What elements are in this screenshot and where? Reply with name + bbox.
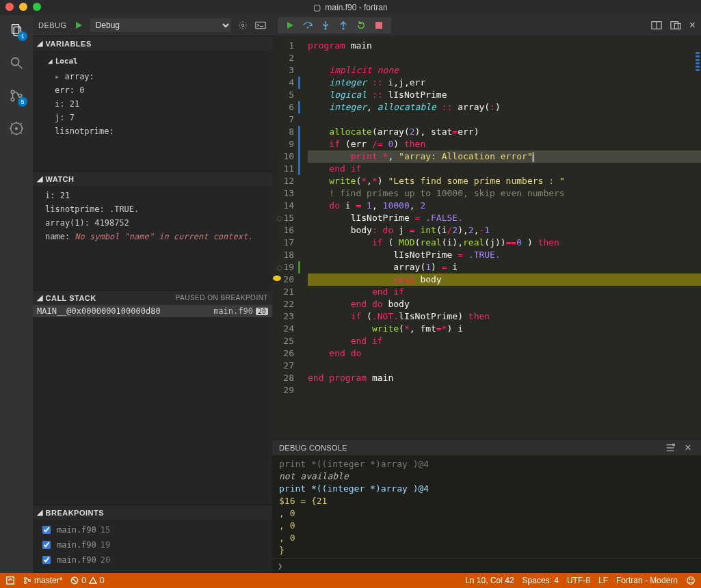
activity-explorer[interactable]: 1 <box>7 21 26 40</box>
breakpoints-header[interactable]: ◢ BREAKPOINTS <box>33 505 272 520</box>
code-line[interactable]: if ( MOD(real(i),real(j))==0 ) then <box>308 237 701 249</box>
watch-row[interactable]: array(1): 4198752 <box>45 216 268 230</box>
code-line[interactable] <box>308 52 701 64</box>
start-debug-icon[interactable] <box>72 19 85 31</box>
restart-icon[interactable] <box>356 20 367 31</box>
console-line: , 0 <box>279 532 694 544</box>
code-line[interactable]: end if <box>308 335 701 347</box>
cursor-position[interactable]: Ln 10, Col 42 <box>465 576 514 585</box>
variable-row[interactable]: i: 21 <box>45 97 268 111</box>
code-line[interactable]: implicit none <box>308 64 701 77</box>
code-line[interactable]: if (.NOT.lIsNotPrime) then <box>308 310 701 323</box>
breakpoint-dim-glyph[interactable]: ○ <box>275 212 285 224</box>
code-line[interactable]: if (err /= 0) then <box>308 138 701 150</box>
code-line[interactable]: end do body <box>308 298 701 310</box>
code-line[interactable]: ○ array(1) = i <box>308 261 701 273</box>
variable-row[interactable]: err: 0 <box>45 83 268 97</box>
breakpoint-glyph[interactable] <box>272 273 282 283</box>
code-line[interactable]: end if <box>308 163 701 175</box>
file-icon: ▢ <box>313 3 321 12</box>
step-over-icon[interactable] <box>302 20 313 31</box>
close-console-icon[interactable]: × <box>682 442 694 454</box>
indentation[interactable]: Spaces: 4 <box>523 576 559 585</box>
console-line: print *((integer *)array )@4 <box>279 483 694 495</box>
code-line[interactable]: integer, allocatable :: array(:) <box>308 101 701 113</box>
code-line[interactable] <box>308 384 701 397</box>
remote-icon[interactable] <box>5 576 15 585</box>
code-line[interactable]: lIsNotPrime = .TRUE. <box>308 249 701 261</box>
breakpoint-row[interactable]: main.f9020 <box>40 552 268 567</box>
breakpoint-checkbox[interactable] <box>42 526 51 534</box>
variables-header[interactable]: ◢ VARIABLES <box>33 36 272 51</box>
watch-row[interactable]: lisnotprime: .TRUE. <box>45 202 268 216</box>
watch-row[interactable]: i: 21 <box>45 189 268 202</box>
encoding[interactable]: UTF-8 <box>567 576 590 585</box>
close-editor-icon[interactable]: × <box>689 19 696 31</box>
watch-row[interactable]: name: No symbol "name" in current contex… <box>45 230 268 243</box>
breakpoint-dim-glyph[interactable]: ○ <box>275 261 285 273</box>
callstack-header[interactable]: ◢ CALL STACK PAUSED ON BREAKPOINT <box>33 290 272 305</box>
breakpoint-row[interactable]: main.f9019 <box>40 537 268 552</box>
code-line[interactable]: ! find primes up to 10000, skip even num… <box>308 187 701 200</box>
code-line[interactable]: exit body <box>308 273 701 286</box>
breakpoint-checkbox[interactable] <box>42 556 51 564</box>
window-close[interactable] <box>5 3 14 11</box>
code-line[interactable]: program main <box>308 40 701 52</box>
activity-debug[interactable] <box>7 119 26 138</box>
code-line[interactable]: print *, "array: Allocation error" <box>308 150 701 163</box>
code-line[interactable]: body: do j = int(i/2),2,-1 <box>308 224 701 237</box>
language-mode[interactable]: Fortran - Modern <box>616 576 678 585</box>
code-line[interactable]: logical :: lIsNotPrime <box>308 89 701 101</box>
clear-console-icon[interactable] <box>664 442 676 454</box>
variable-row[interactable]: lisnotprime: <box>45 124 268 138</box>
code-editor[interactable]: 1234567891011121314151617181920212223242… <box>272 36 701 439</box>
debug-header: DEBUG Debug <box>33 15 272 36</box>
continue-icon[interactable] <box>285 20 295 31</box>
code-line[interactable]: end program main <box>308 372 701 384</box>
watch-section: ◢ WATCH i: 21lisnotprime: .TRUE.array(1)… <box>33 171 272 249</box>
code-line[interactable]: end if <box>308 286 701 298</box>
code-line[interactable]: integer :: i,j,err <box>308 77 701 89</box>
window-maximize[interactable] <box>33 3 41 11</box>
step-into-icon[interactable] <box>320 20 331 31</box>
code-line[interactable] <box>308 113 701 126</box>
gear-icon[interactable] <box>237 19 249 31</box>
feedback-icon[interactable] <box>686 576 696 585</box>
breakpoint-row[interactable]: main.f9015 <box>40 522 268 537</box>
code-line[interactable]: write(*, fmt=*) i <box>308 323 701 335</box>
debug-config-select[interactable]: Debug <box>90 18 231 32</box>
code-line[interactable]: allocate(array(2), stat=err) <box>308 126 701 138</box>
console-line: , 0 <box>279 520 694 532</box>
watch-header[interactable]: ◢ WATCH <box>33 171 272 186</box>
git-branch[interactable]: master* <box>23 576 62 585</box>
callstack-frame[interactable]: MAIN__@0x0000000100000d80main.f9020 <box>33 305 272 317</box>
breakpoint-checkbox[interactable] <box>42 541 51 549</box>
console-icon[interactable] <box>254 19 267 31</box>
window-minimize[interactable] <box>19 3 27 11</box>
svg-point-35 <box>25 582 27 584</box>
eol[interactable]: LF <box>598 576 608 585</box>
step-out-icon[interactable] <box>338 20 349 31</box>
variables-scope[interactable]: ◢ Local <box>45 53 268 70</box>
activity-scm[interactable]: 5 <box>7 86 26 105</box>
code-line[interactable] <box>308 360 701 372</box>
code-line[interactable]: end do <box>308 347 701 360</box>
code-line[interactable]: do i = 1, 10000, 2 <box>308 200 701 212</box>
console-prompt: ❯ <box>278 561 282 571</box>
code-line[interactable]: ○ lIsNotPrime = .FALSE. <box>308 212 701 224</box>
more-actions-icon[interactable] <box>670 21 681 30</box>
svg-line-14 <box>21 123 21 124</box>
code-line[interactable]: write(*,*) "Lets find some prime numbers… <box>308 175 701 187</box>
svg-point-17 <box>241 24 244 27</box>
activity-search[interactable] <box>7 53 26 72</box>
debug-console-input[interactable]: ❯ <box>272 558 701 573</box>
watch-title: WATCH <box>46 175 75 183</box>
debug-console[interactable]: print *((integer *)array )@4not availabl… <box>272 455 701 558</box>
stop-icon[interactable] <box>373 20 384 31</box>
variable-row[interactable]: j: 7 <box>45 111 268 124</box>
variable-row[interactable]: ▸ array: <box>45 70 268 83</box>
svg-point-8 <box>16 128 18 130</box>
split-editor-icon[interactable] <box>651 21 662 30</box>
variables-title: VARIABLES <box>46 40 92 48</box>
problems[interactable]: 0 0 <box>70 576 104 585</box>
